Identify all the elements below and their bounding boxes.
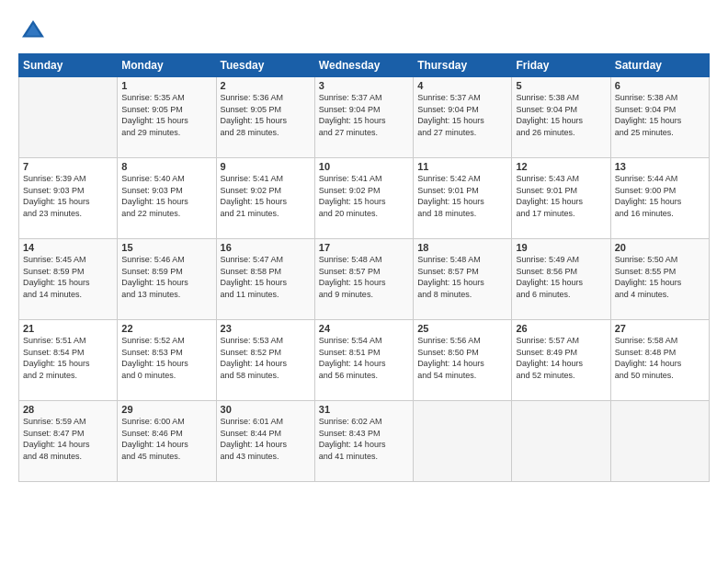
calendar-week-row: 21Sunrise: 5:51 AM Sunset: 8:54 PM Dayli… bbox=[19, 320, 710, 401]
day-info: Sunrise: 6:00 AM Sunset: 8:46 PM Dayligh… bbox=[121, 416, 211, 462]
calendar-cell: 24Sunrise: 5:54 AM Sunset: 8:51 PM Dayli… bbox=[314, 320, 413, 401]
day-number: 28 bbox=[23, 404, 113, 415]
calendar-cell: 3Sunrise: 5:37 AM Sunset: 9:04 PM Daylig… bbox=[314, 77, 413, 158]
weekday-header: Tuesday bbox=[216, 54, 314, 77]
calendar-cell: 8Sunrise: 5:40 AM Sunset: 9:03 PM Daylig… bbox=[118, 158, 216, 239]
calendar-cell: 16Sunrise: 5:47 AM Sunset: 8:58 PM Dayli… bbox=[216, 239, 314, 320]
calendar-cell: 14Sunrise: 5:45 AM Sunset: 8:59 PM Dayli… bbox=[19, 239, 118, 320]
day-number: 21 bbox=[23, 323, 113, 334]
day-info: Sunrise: 5:46 AM Sunset: 8:59 PM Dayligh… bbox=[121, 254, 211, 300]
day-info: Sunrise: 5:40 AM Sunset: 9:03 PM Dayligh… bbox=[121, 173, 211, 219]
day-info: Sunrise: 5:42 AM Sunset: 9:01 PM Dayligh… bbox=[417, 173, 507, 219]
day-number: 3 bbox=[319, 80, 409, 91]
logo-area bbox=[18, 17, 53, 46]
calendar-cell: 4Sunrise: 5:37 AM Sunset: 9:04 PM Daylig… bbox=[414, 77, 512, 158]
calendar-week-row: 28Sunrise: 5:59 AM Sunset: 8:47 PM Dayli… bbox=[19, 401, 710, 482]
day-info: Sunrise: 5:38 AM Sunset: 9:04 PM Dayligh… bbox=[516, 92, 606, 138]
calendar-cell: 25Sunrise: 5:56 AM Sunset: 8:50 PM Dayli… bbox=[414, 320, 512, 401]
calendar-cell: 21Sunrise: 5:51 AM Sunset: 8:54 PM Dayli… bbox=[19, 320, 118, 401]
day-info: Sunrise: 5:44 AM Sunset: 9:00 PM Dayligh… bbox=[615, 173, 705, 219]
calendar-cell: 29Sunrise: 6:00 AM Sunset: 8:46 PM Dayli… bbox=[118, 401, 216, 482]
calendar-header: SundayMondayTuesdayWednesdayThursdayFrid… bbox=[19, 54, 710, 77]
calendar-cell: 13Sunrise: 5:44 AM Sunset: 9:00 PM Dayli… bbox=[610, 158, 709, 239]
day-number: 4 bbox=[417, 80, 507, 91]
day-number: 15 bbox=[121, 242, 211, 253]
calendar-cell: 20Sunrise: 5:50 AM Sunset: 8:55 PM Dayli… bbox=[610, 239, 709, 320]
calendar-cell: 10Sunrise: 5:41 AM Sunset: 9:02 PM Dayli… bbox=[314, 158, 413, 239]
day-number: 13 bbox=[615, 161, 705, 172]
day-info: Sunrise: 5:59 AM Sunset: 8:47 PM Dayligh… bbox=[23, 416, 113, 462]
weekday-header: Sunday bbox=[19, 54, 118, 77]
day-info: Sunrise: 5:53 AM Sunset: 8:52 PM Dayligh… bbox=[221, 335, 311, 381]
calendar-cell: 22Sunrise: 5:52 AM Sunset: 8:53 PM Dayli… bbox=[118, 320, 216, 401]
calendar-cell: 18Sunrise: 5:48 AM Sunset: 8:57 PM Dayli… bbox=[414, 239, 512, 320]
weekday-header: Friday bbox=[512, 54, 610, 77]
day-info: Sunrise: 5:48 AM Sunset: 8:57 PM Dayligh… bbox=[417, 254, 507, 300]
day-info: Sunrise: 5:52 AM Sunset: 8:53 PM Dayligh… bbox=[121, 335, 211, 381]
day-info: Sunrise: 5:37 AM Sunset: 9:04 PM Dayligh… bbox=[417, 92, 507, 138]
weekday-header: Saturday bbox=[610, 54, 709, 77]
day-info: Sunrise: 5:38 AM Sunset: 9:04 PM Dayligh… bbox=[615, 92, 705, 138]
day-number: 20 bbox=[615, 242, 705, 253]
day-number: 24 bbox=[319, 323, 409, 334]
day-info: Sunrise: 5:48 AM Sunset: 8:57 PM Dayligh… bbox=[319, 254, 409, 300]
day-info: Sunrise: 5:58 AM Sunset: 8:48 PM Dayligh… bbox=[615, 335, 705, 381]
calendar-cell: 15Sunrise: 5:46 AM Sunset: 8:59 PM Dayli… bbox=[118, 239, 216, 320]
day-number: 31 bbox=[319, 404, 409, 415]
calendar-cell: 31Sunrise: 6:02 AM Sunset: 8:43 PM Dayli… bbox=[314, 401, 413, 482]
day-number: 11 bbox=[417, 161, 507, 172]
day-info: Sunrise: 5:51 AM Sunset: 8:54 PM Dayligh… bbox=[23, 335, 113, 381]
day-number: 30 bbox=[221, 404, 311, 415]
header bbox=[18, 17, 710, 46]
day-number: 19 bbox=[516, 242, 606, 253]
calendar-cell: 11Sunrise: 5:42 AM Sunset: 9:01 PM Dayli… bbox=[414, 158, 512, 239]
day-number: 12 bbox=[516, 161, 606, 172]
day-number: 22 bbox=[121, 323, 211, 334]
day-number: 23 bbox=[221, 323, 311, 334]
day-info: Sunrise: 5:56 AM Sunset: 8:50 PM Dayligh… bbox=[417, 335, 507, 381]
day-info: Sunrise: 5:35 AM Sunset: 9:05 PM Dayligh… bbox=[121, 92, 211, 138]
calendar-cell: 28Sunrise: 5:59 AM Sunset: 8:47 PM Dayli… bbox=[19, 401, 118, 482]
day-number: 8 bbox=[121, 161, 211, 172]
day-number: 5 bbox=[516, 80, 606, 91]
day-info: Sunrise: 5:57 AM Sunset: 8:49 PM Dayligh… bbox=[516, 335, 606, 381]
weekday-header: Thursday bbox=[414, 54, 512, 77]
day-number: 14 bbox=[23, 242, 113, 253]
calendar-table: SundayMondayTuesdayWednesdayThursdayFrid… bbox=[18, 53, 710, 482]
weekday-header: Wednesday bbox=[314, 54, 413, 77]
day-number: 25 bbox=[417, 323, 507, 334]
day-info: Sunrise: 5:45 AM Sunset: 8:59 PM Dayligh… bbox=[23, 254, 113, 300]
calendar-cell: 1Sunrise: 5:35 AM Sunset: 9:05 PM Daylig… bbox=[118, 77, 216, 158]
day-info: Sunrise: 5:47 AM Sunset: 8:58 PM Dayligh… bbox=[221, 254, 311, 300]
calendar-cell bbox=[414, 401, 512, 482]
logo-icon bbox=[18, 17, 48, 46]
day-info: Sunrise: 5:39 AM Sunset: 9:03 PM Dayligh… bbox=[23, 173, 113, 219]
day-info: Sunrise: 5:49 AM Sunset: 8:56 PM Dayligh… bbox=[516, 254, 606, 300]
calendar-cell: 12Sunrise: 5:43 AM Sunset: 9:01 PM Dayli… bbox=[512, 158, 610, 239]
calendar-cell: 19Sunrise: 5:49 AM Sunset: 8:56 PM Dayli… bbox=[512, 239, 610, 320]
calendar-body: 1Sunrise: 5:35 AM Sunset: 9:05 PM Daylig… bbox=[19, 77, 710, 482]
day-number: 18 bbox=[417, 242, 507, 253]
calendar-cell bbox=[610, 401, 709, 482]
calendar-cell: 2Sunrise: 5:36 AM Sunset: 9:05 PM Daylig… bbox=[216, 77, 314, 158]
day-info: Sunrise: 5:54 AM Sunset: 8:51 PM Dayligh… bbox=[319, 335, 409, 381]
day-number: 29 bbox=[121, 404, 211, 415]
calendar-cell: 26Sunrise: 5:57 AM Sunset: 8:49 PM Dayli… bbox=[512, 320, 610, 401]
calendar-cell: 30Sunrise: 6:01 AM Sunset: 8:44 PM Dayli… bbox=[216, 401, 314, 482]
day-number: 2 bbox=[221, 80, 311, 91]
day-number: 16 bbox=[221, 242, 311, 253]
day-info: Sunrise: 5:41 AM Sunset: 9:02 PM Dayligh… bbox=[221, 173, 311, 219]
weekday-header: Monday bbox=[118, 54, 216, 77]
day-number: 10 bbox=[319, 161, 409, 172]
calendar-cell: 7Sunrise: 5:39 AM Sunset: 9:03 PM Daylig… bbox=[19, 158, 118, 239]
calendar-week-row: 7Sunrise: 5:39 AM Sunset: 9:03 PM Daylig… bbox=[19, 158, 710, 239]
day-number: 27 bbox=[615, 323, 705, 334]
calendar-cell: 17Sunrise: 5:48 AM Sunset: 8:57 PM Dayli… bbox=[314, 239, 413, 320]
day-number: 17 bbox=[319, 242, 409, 253]
calendar-cell bbox=[512, 401, 610, 482]
day-number: 26 bbox=[516, 323, 606, 334]
calendar-cell: 9Sunrise: 5:41 AM Sunset: 9:02 PM Daylig… bbox=[216, 158, 314, 239]
day-info: Sunrise: 6:02 AM Sunset: 8:43 PM Dayligh… bbox=[319, 416, 409, 462]
calendar-cell bbox=[19, 77, 118, 158]
calendar-cell: 27Sunrise: 5:58 AM Sunset: 8:48 PM Dayli… bbox=[610, 320, 709, 401]
